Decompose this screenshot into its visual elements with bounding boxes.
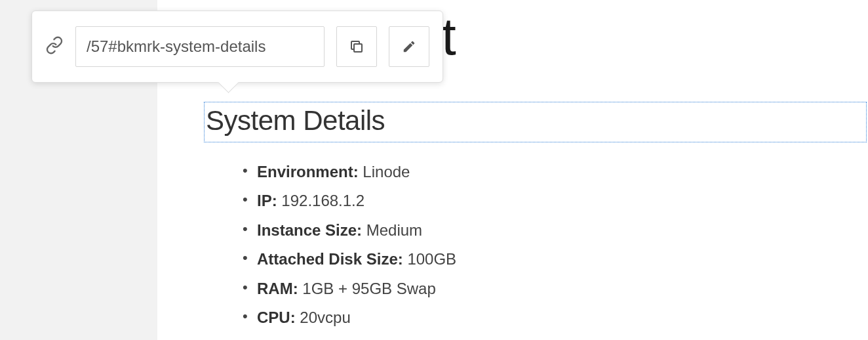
system-details-list: Environment: Linode IP: 192.168.1.2 Inst… bbox=[243, 158, 456, 332]
copy-icon bbox=[349, 39, 365, 54]
detail-value: 20vcpu bbox=[300, 308, 350, 326]
link-url-input[interactable] bbox=[75, 26, 325, 67]
section-heading: System Details bbox=[206, 105, 865, 137]
list-item: IP: 192.168.1.2 bbox=[243, 186, 456, 215]
detail-label: Attached Disk Size: bbox=[257, 250, 403, 268]
detail-value: 100GB bbox=[407, 250, 456, 268]
list-item: Instance Size: Medium bbox=[243, 216, 456, 245]
svg-rect-0 bbox=[354, 44, 362, 52]
detail-label: CPU: bbox=[257, 308, 296, 326]
edit-link-button[interactable] bbox=[389, 26, 429, 67]
list-item: CPU: 20vcpu bbox=[243, 303, 456, 332]
list-item: Attached Disk Size: 100GB bbox=[243, 245, 456, 274]
detail-value: Medium bbox=[366, 221, 422, 239]
copy-link-button[interactable] bbox=[336, 26, 377, 67]
detail-value: 1GB + 95GB Swap bbox=[302, 280, 435, 297]
detail-value: 192.168.1.2 bbox=[281, 192, 365, 209]
link-popover bbox=[31, 11, 443, 83]
detail-label: Environment: bbox=[257, 163, 359, 181]
pencil-icon bbox=[402, 39, 416, 54]
list-item: RAM: 1GB + 95GB Swap bbox=[243, 274, 456, 303]
detail-label: RAM: bbox=[257, 280, 298, 297]
detail-label: Instance Size: bbox=[257, 221, 362, 239]
link-icon bbox=[45, 36, 64, 57]
list-item: Environment: Linode bbox=[243, 158, 456, 186]
detail-label: IP: bbox=[257, 192, 277, 209]
section-heading-block[interactable]: System Details bbox=[204, 102, 867, 142]
detail-value: Linode bbox=[363, 163, 410, 181]
